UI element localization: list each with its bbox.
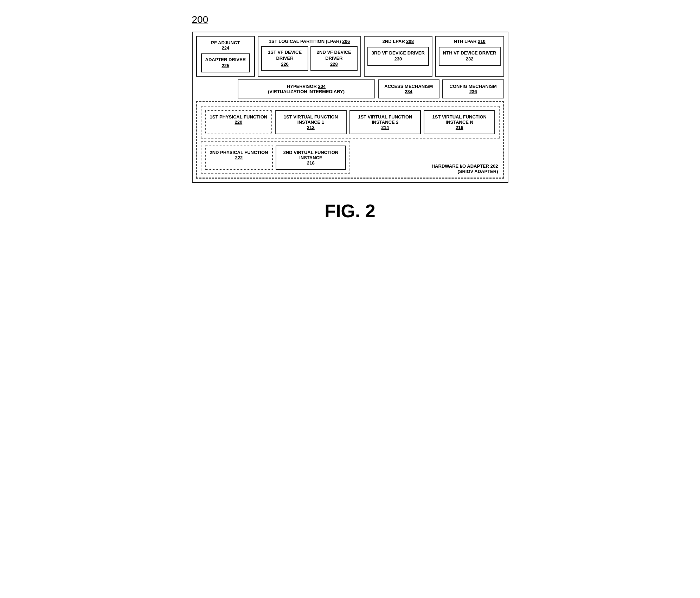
left-spacer [196,79,235,98]
main-outer: PF ADJUNCT 224 ADAPTER DRIVER 225 1ST LO… [192,32,508,183]
lpar2-ref: 208 [406,39,414,44]
vf1-box: 1ST VIRTUAL FUNCTION INSTANCE 1 212 [275,110,346,134]
pf1-box: 1ST PHYSICAL FUNCTION 220 [205,110,272,134]
vfn-ref: 216 [456,125,463,130]
fig-label: FIG. 2 [192,200,508,221]
vf-driver3-box: 3RD VF DEVICE DRIVER 230 [367,47,429,66]
vf-inst2-box: 2ND VIRTUAL FUNCTION INSTANCE 218 [276,146,346,170]
pf-vf-row2: 2ND PHYSICAL FUNCTION 222 2ND VIRTUAL FU… [201,141,350,174]
hypervisor-ref: 204 [318,84,326,89]
access-mechanism-box: ACCESS MECHANISM 234 [378,79,440,98]
vf-inst2-ref: 218 [307,160,315,166]
lpar1-title: 1ST LOGICAL PARTITION (LPAR) 206 [261,39,358,44]
vfn-box: 1ST VIRTUAL FUNCTION INSTANCE N 216 [424,110,495,134]
vf-drivern-box: NTH VF DEVICE DRIVER 232 [439,47,501,66]
pf-vf-row1: 1ST PHYSICAL FUNCTION 220 1ST VIRTUAL FU… [201,106,500,139]
config-mechanism-box: CONFIG MECHANISM 236 [442,79,504,98]
lpar1-drivers: 1ST VF DEVICE DRIVER 226 2ND VF DEVICE D… [261,46,358,71]
config-mechanism-ref: 236 [469,89,477,94]
partition-row: PF ADJUNCT 224 ADAPTER DRIVER 225 1ST LO… [196,36,504,77]
pf-adjunct-block: PF ADJUNCT 224 ADAPTER DRIVER 225 [196,36,255,77]
middle-row: HYPERVISOR 204 (VIRTUALIZATION INTERMEDI… [196,79,504,98]
adapter-driver-ref: 225 [221,63,229,68]
vf-driver2-box: 2ND VF DEVICE DRIVER 228 [310,46,358,71]
access-mechanism-ref: 234 [405,89,412,94]
vf1-ref: 212 [307,125,315,130]
pf2-box: 2ND PHYSICAL FUNCTION 222 [205,146,273,170]
diagram-title: 200 [192,14,508,25]
hw-adapter-label: HARDWARE I/O ADAPTER 202 (SRIOV ADAPTER) [432,163,498,174]
adapter-driver-box: ADAPTER DRIVER 225 [201,53,250,72]
pf2-ref: 222 [235,155,243,160]
pf1-ref: 220 [235,120,243,125]
vf-driver1-box: 1ST VF DEVICE DRIVER 226 [261,46,308,71]
lpar2-block: 2ND LPAR 208 3RD VF DEVICE DRIVER 230 [364,36,432,77]
diagram-container: 200 PF ADJUNCT 224 ADAPTER DRIVER 225 1S… [192,14,508,221]
lparn-ref: 210 [478,39,486,44]
lpar1-block: 1ST LOGICAL PARTITION (LPAR) 206 1ST VF … [258,36,361,77]
hypervisor-box: HYPERVISOR 204 (VIRTUALIZATION INTERMEDI… [238,79,375,98]
vf2-box: 1ST VIRTUAL FUNCTION INSTANCE 2 214 [349,110,421,134]
pf-adjunct-label: PF ADJUNCT 224 [201,40,250,51]
lparn-block: NTH LPAR 210 NTH VF DEVICE DRIVER 232 [435,36,504,77]
vf2-ref: 214 [381,125,389,130]
hw-adapter-outer: 1ST PHYSICAL FUNCTION 220 1ST VIRTUAL FU… [196,101,504,179]
lpar1-ref: 206 [342,39,350,44]
mechanism-group: ACCESS MECHANISM 234 CONFIG MECHANISM 23… [378,79,504,98]
pf-adjunct-ref: 224 [221,45,229,51]
